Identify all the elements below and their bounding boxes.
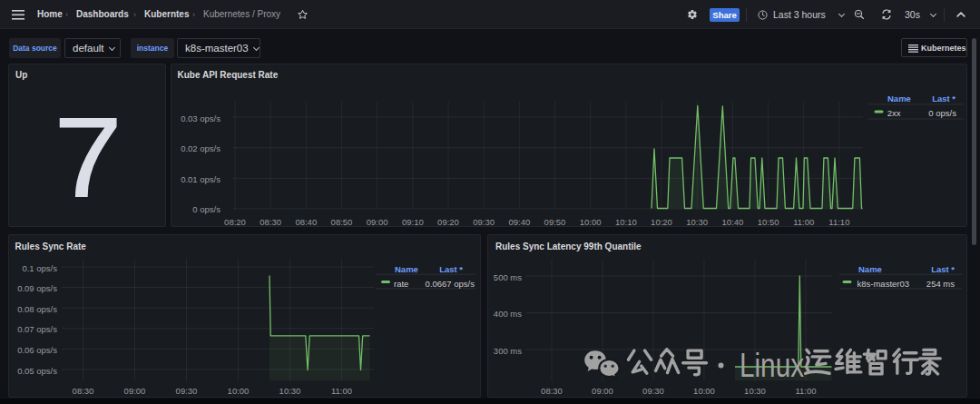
svg-text:Linux: Linux [740, 347, 804, 384]
